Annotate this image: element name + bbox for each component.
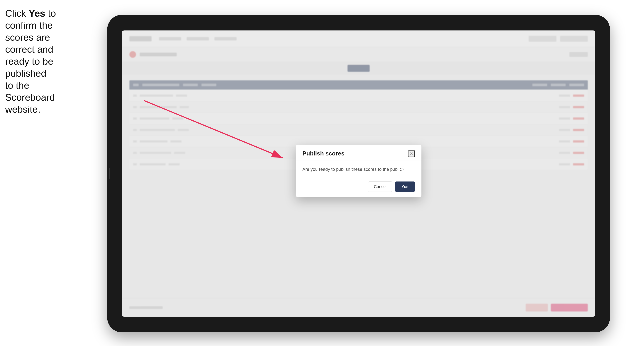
dialog-title: Publish scores [302,150,344,157]
dialog-body: Are you ready to publish these scores to… [296,161,422,178]
instruction-text: Click Yes to confirm the scores are corr… [5,7,57,115]
instruction-suffix: to confirm the scores are correct and re… [5,8,56,115]
dialog-close-button[interactable]: × [408,150,415,157]
tablet-device: Publish scores × Are you ready to publis… [107,15,610,332]
tablet-side-button [109,168,110,179]
instruction-bold: Yes [29,8,45,19]
tablet-screen: Publish scores × Are you ready to publis… [122,30,595,317]
dialog-header: Publish scores × [296,145,422,161]
cancel-button[interactable]: Cancel [368,181,392,192]
publish-scores-dialog: Publish scores × Are you ready to publis… [296,145,422,197]
dialog-message: Are you ready to publish these scores to… [302,166,415,173]
instruction-prefix: Click [5,8,29,19]
dialog-footer: Cancel Yes [296,178,422,197]
yes-button[interactable]: Yes [395,181,415,192]
